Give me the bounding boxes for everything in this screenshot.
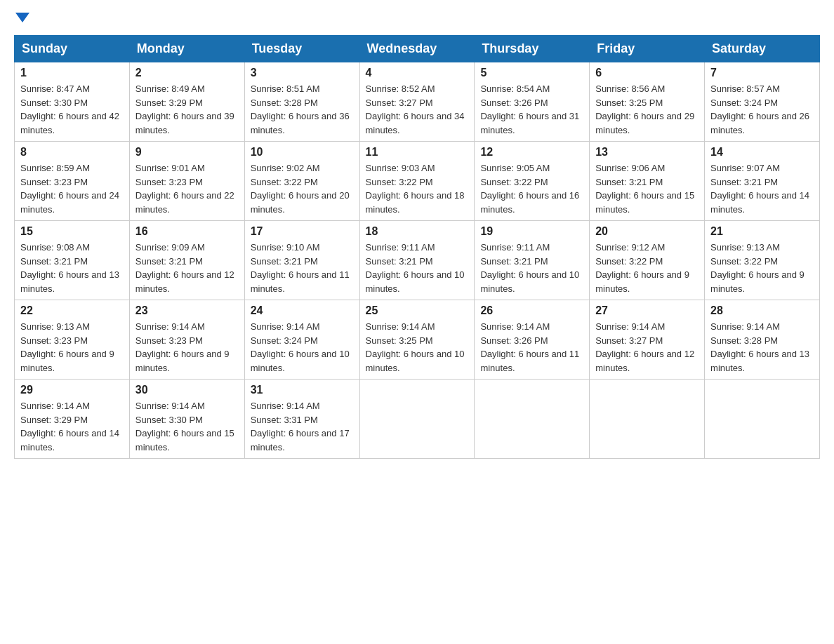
calendar-day-cell: 23Sunrise: 9:14 AMSunset: 3:23 PMDayligh… (129, 300, 244, 380)
day-info: Sunrise: 9:03 AMSunset: 3:22 PMDaylight:… (366, 161, 469, 216)
day-info: Sunrise: 9:14 AMSunset: 3:27 PMDaylight:… (595, 320, 699, 375)
calendar-day-cell: 13Sunrise: 9:06 AMSunset: 3:21 PMDayligh… (590, 142, 705, 221)
day-number: 13 (595, 146, 699, 159)
day-number: 23 (135, 304, 239, 317)
day-number: 17 (251, 225, 354, 238)
calendar-day-cell: 28Sunrise: 9:14 AMSunset: 3:28 PMDayligh… (705, 300, 820, 380)
day-info: Sunrise: 8:59 AMSunset: 3:23 PMDaylight:… (20, 161, 124, 216)
day-number: 24 (251, 304, 354, 317)
day-info: Sunrise: 9:13 AMSunset: 3:23 PMDaylight:… (20, 320, 124, 375)
day-info: Sunrise: 8:54 AMSunset: 3:26 PMDaylight:… (480, 82, 583, 137)
calendar-day-cell: 30Sunrise: 9:14 AMSunset: 3:30 PMDayligh… (129, 380, 244, 459)
day-number: 2 (135, 67, 239, 79)
day-number: 19 (480, 225, 583, 238)
day-number: 10 (251, 146, 354, 159)
day-number: 15 (20, 225, 124, 238)
weekday-header-friday: Friday (590, 36, 705, 62)
day-info: Sunrise: 9:13 AMSunset: 3:22 PMDaylight:… (710, 241, 814, 295)
calendar-day-cell: 31Sunrise: 9:14 AMSunset: 3:31 PMDayligh… (244, 380, 359, 459)
day-number: 21 (710, 225, 814, 238)
day-number: 14 (710, 146, 814, 159)
day-info: Sunrise: 9:11 AMSunset: 3:21 PMDaylight:… (366, 241, 469, 295)
calendar-day-cell: 10Sunrise: 9:02 AMSunset: 3:22 PMDayligh… (244, 142, 359, 221)
page-header (14, 14, 820, 24)
day-info: Sunrise: 9:10 AMSunset: 3:21 PMDaylight:… (251, 241, 354, 295)
calendar-day-cell: 18Sunrise: 9:11 AMSunset: 3:21 PMDayligh… (359, 221, 475, 300)
day-number: 8 (20, 146, 124, 159)
weekday-header-thursday: Thursday (475, 36, 590, 62)
day-number: 25 (366, 304, 469, 317)
day-info: Sunrise: 9:07 AMSunset: 3:21 PMDaylight:… (710, 161, 814, 216)
day-info: Sunrise: 9:12 AMSunset: 3:22 PMDaylight:… (595, 241, 699, 295)
day-info: Sunrise: 8:52 AMSunset: 3:27 PMDaylight:… (366, 82, 469, 137)
calendar-week-row: 15Sunrise: 9:08 AMSunset: 3:21 PMDayligh… (15, 221, 820, 300)
day-info: Sunrise: 9:01 AMSunset: 3:23 PMDaylight:… (135, 161, 239, 216)
calendar-day-cell: 3Sunrise: 8:51 AMSunset: 3:28 PMDaylight… (244, 62, 359, 142)
calendar-day-cell: 14Sunrise: 9:07 AMSunset: 3:21 PMDayligh… (705, 142, 820, 221)
day-number: 30 (135, 384, 239, 396)
day-number: 31 (251, 384, 354, 396)
weekday-header-saturday: Saturday (705, 36, 820, 62)
day-info: Sunrise: 8:51 AMSunset: 3:28 PMDaylight:… (251, 82, 354, 137)
day-number: 11 (366, 146, 469, 159)
day-number: 27 (595, 304, 699, 317)
day-number: 5 (480, 67, 583, 79)
day-info: Sunrise: 9:09 AMSunset: 3:21 PMDaylight:… (135, 241, 239, 295)
calendar-week-row: 22Sunrise: 9:13 AMSunset: 3:23 PMDayligh… (15, 300, 820, 380)
weekday-header-monday: Monday (129, 36, 244, 62)
day-info: Sunrise: 9:14 AMSunset: 3:26 PMDaylight:… (480, 320, 583, 375)
day-info: Sunrise: 8:56 AMSunset: 3:25 PMDaylight:… (595, 82, 699, 137)
day-info: Sunrise: 9:02 AMSunset: 3:22 PMDaylight:… (251, 161, 354, 216)
day-info: Sunrise: 9:14 AMSunset: 3:24 PMDaylight:… (251, 320, 354, 375)
day-info: Sunrise: 8:47 AMSunset: 3:30 PMDaylight:… (20, 82, 124, 137)
calendar-day-cell: 9Sunrise: 9:01 AMSunset: 3:23 PMDaylight… (129, 142, 244, 221)
calendar-day-cell: 21Sunrise: 9:13 AMSunset: 3:22 PMDayligh… (705, 221, 820, 300)
weekday-header-wednesday: Wednesday (359, 36, 475, 62)
weekday-header-sunday: Sunday (15, 36, 130, 62)
day-info: Sunrise: 9:06 AMSunset: 3:21 PMDaylight:… (595, 161, 699, 216)
day-info: Sunrise: 9:14 AMSunset: 3:23 PMDaylight:… (135, 320, 239, 375)
calendar-day-cell: 8Sunrise: 8:59 AMSunset: 3:23 PMDaylight… (15, 142, 130, 221)
day-info: Sunrise: 9:11 AMSunset: 3:21 PMDaylight:… (480, 241, 583, 295)
calendar-day-cell: 7Sunrise: 8:57 AMSunset: 3:24 PMDaylight… (705, 62, 820, 142)
day-number: 22 (20, 304, 124, 317)
calendar-day-cell: 24Sunrise: 9:14 AMSunset: 3:24 PMDayligh… (244, 300, 359, 380)
day-info: Sunrise: 9:05 AMSunset: 3:22 PMDaylight:… (480, 161, 583, 216)
calendar-day-cell (705, 380, 820, 459)
calendar-day-cell: 17Sunrise: 9:10 AMSunset: 3:21 PMDayligh… (244, 221, 359, 300)
day-number: 9 (135, 146, 239, 159)
calendar-week-row: 29Sunrise: 9:14 AMSunset: 3:29 PMDayligh… (15, 380, 820, 459)
calendar-day-cell (359, 380, 475, 459)
day-number: 18 (366, 225, 469, 238)
weekday-header-row: SundayMondayTuesdayWednesdayThursdayFrid… (15, 36, 820, 62)
day-number: 20 (595, 225, 699, 238)
calendar-day-cell: 5Sunrise: 8:54 AMSunset: 3:26 PMDaylight… (475, 62, 590, 142)
calendar-day-cell: 15Sunrise: 9:08 AMSunset: 3:21 PMDayligh… (15, 221, 130, 300)
calendar-day-cell: 2Sunrise: 8:49 AMSunset: 3:29 PMDaylight… (129, 62, 244, 142)
calendar-day-cell: 1Sunrise: 8:47 AMSunset: 3:30 PMDaylight… (15, 62, 130, 142)
calendar-week-row: 1Sunrise: 8:47 AMSunset: 3:30 PMDaylight… (15, 62, 820, 142)
calendar-day-cell (475, 380, 590, 459)
day-info: Sunrise: 9:14 AMSunset: 3:30 PMDaylight:… (135, 399, 239, 454)
day-info: Sunrise: 9:08 AMSunset: 3:21 PMDaylight:… (20, 241, 124, 295)
day-info: Sunrise: 8:57 AMSunset: 3:24 PMDaylight:… (710, 82, 814, 137)
day-info: Sunrise: 8:49 AMSunset: 3:29 PMDaylight:… (135, 82, 239, 137)
calendar-day-cell: 12Sunrise: 9:05 AMSunset: 3:22 PMDayligh… (475, 142, 590, 221)
day-info: Sunrise: 9:14 AMSunset: 3:28 PMDaylight:… (710, 320, 814, 375)
logo (14, 14, 29, 24)
calendar-day-cell: 20Sunrise: 9:12 AMSunset: 3:22 PMDayligh… (590, 221, 705, 300)
calendar-day-cell: 29Sunrise: 9:14 AMSunset: 3:29 PMDayligh… (15, 380, 130, 459)
calendar-day-cell: 11Sunrise: 9:03 AMSunset: 3:22 PMDayligh… (359, 142, 475, 221)
day-info: Sunrise: 9:14 AMSunset: 3:29 PMDaylight:… (20, 399, 124, 454)
day-number: 12 (480, 146, 583, 159)
day-number: 4 (366, 67, 469, 79)
day-number: 3 (251, 67, 354, 79)
day-number: 6 (595, 67, 699, 79)
weekday-header-tuesday: Tuesday (244, 36, 359, 62)
calendar-day-cell: 4Sunrise: 8:52 AMSunset: 3:27 PMDaylight… (359, 62, 475, 142)
day-number: 29 (20, 384, 124, 396)
day-number: 1 (20, 67, 124, 79)
day-number: 7 (710, 67, 814, 79)
calendar-week-row: 8Sunrise: 8:59 AMSunset: 3:23 PMDaylight… (15, 142, 820, 221)
day-number: 28 (710, 304, 814, 317)
